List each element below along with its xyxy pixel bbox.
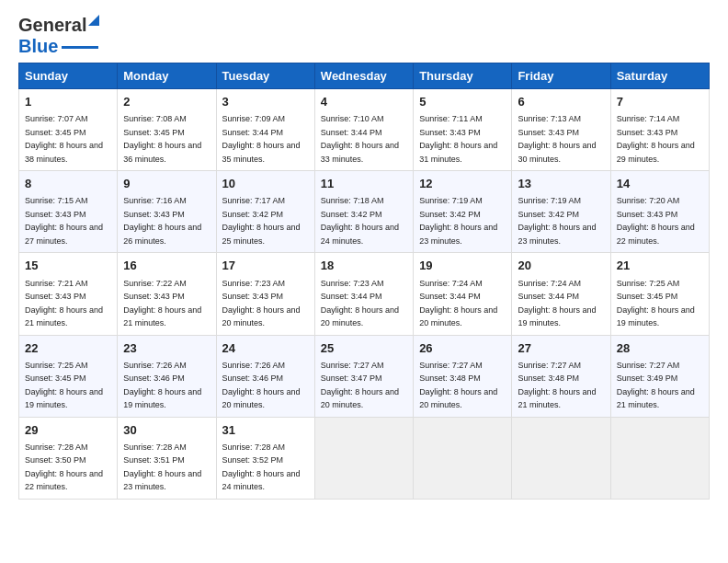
day-info: Sunrise: 7:20 AMSunset: 3:43 PMDaylight:… (617, 196, 695, 246)
day-info: Sunrise: 7:19 AMSunset: 3:42 PMDaylight:… (419, 196, 497, 246)
day-number: 18 (321, 258, 407, 274)
calendar-cell: 26Sunrise: 7:27 AMSunset: 3:48 PMDayligh… (414, 335, 512, 417)
calendar-cell: 1Sunrise: 7:07 AMSunset: 3:45 PMDaylight… (19, 89, 118, 171)
calendar-table: SundayMondayTuesdayWednesdayThursdayFrid… (18, 63, 710, 500)
logo-blue: Blue (18, 36, 58, 57)
day-number: 10 (222, 176, 309, 192)
day-info: Sunrise: 7:25 AMSunset: 3:45 PMDaylight:… (25, 361, 103, 410)
day-info: Sunrise: 7:27 AMSunset: 3:48 PMDaylight:… (518, 361, 596, 410)
calendar-cell: 25Sunrise: 7:27 AMSunset: 3:47 PMDayligh… (314, 335, 413, 417)
header: General Blue (18, 15, 710, 57)
day-number: 17 (222, 258, 309, 274)
calendar-cell: 28Sunrise: 7:27 AMSunset: 3:49 PMDayligh… (610, 335, 709, 417)
day-number: 5 (419, 94, 506, 110)
day-number: 25 (321, 340, 407, 357)
calendar-cell: 17Sunrise: 7:23 AMSunset: 3:43 PMDayligh… (216, 253, 314, 335)
calendar-cell: 14Sunrise: 7:20 AMSunset: 3:43 PMDayligh… (610, 171, 709, 253)
day-number: 28 (617, 340, 703, 357)
calendar-cell: 9Sunrise: 7:16 AMSunset: 3:43 PMDaylight… (118, 171, 216, 253)
day-number: 27 (518, 340, 604, 357)
calendar-cell: 18Sunrise: 7:23 AMSunset: 3:44 PMDayligh… (314, 253, 413, 335)
calendar-cell: 4Sunrise: 7:10 AMSunset: 3:44 PMDaylight… (314, 89, 413, 171)
day-info: Sunrise: 7:28 AMSunset: 3:50 PMDaylight:… (25, 442, 103, 492)
day-info: Sunrise: 7:10 AMSunset: 3:44 PMDaylight:… (321, 114, 399, 164)
day-number: 12 (419, 176, 506, 192)
calendar-cell: 31Sunrise: 7:28 AMSunset: 3:52 PMDayligh… (216, 417, 314, 499)
calendar-col-tuesday: Tuesday (216, 63, 314, 89)
day-info: Sunrise: 7:17 AMSunset: 3:42 PMDaylight:… (222, 196, 301, 246)
calendar-week-4: 22Sunrise: 7:25 AMSunset: 3:45 PMDayligh… (19, 335, 710, 417)
day-info: Sunrise: 7:24 AMSunset: 3:44 PMDaylight:… (518, 279, 596, 328)
day-number: 4 (321, 94, 407, 110)
day-number: 23 (123, 340, 210, 357)
calendar-body: 1Sunrise: 7:07 AMSunset: 3:45 PMDaylight… (19, 89, 710, 500)
calendar-cell: 30Sunrise: 7:28 AMSunset: 3:51 PMDayligh… (118, 417, 216, 499)
day-number: 13 (518, 176, 604, 192)
calendar-cell: 11Sunrise: 7:18 AMSunset: 3:42 PMDayligh… (314, 171, 413, 253)
calendar-cell: 21Sunrise: 7:25 AMSunset: 3:45 PMDayligh… (610, 253, 709, 335)
calendar-cell: 20Sunrise: 7:24 AMSunset: 3:44 PMDayligh… (512, 253, 610, 335)
calendar-col-wednesday: Wednesday (314, 63, 413, 89)
day-number: 31 (222, 422, 309, 439)
day-info: Sunrise: 7:24 AMSunset: 3:44 PMDaylight:… (419, 279, 497, 328)
calendar-cell: 6Sunrise: 7:13 AMSunset: 3:43 PMDaylight… (512, 89, 610, 171)
day-number: 8 (25, 176, 111, 192)
day-info: Sunrise: 7:07 AMSunset: 3:45 PMDaylight:… (25, 114, 103, 164)
day-info: Sunrise: 7:21 AMSunset: 3:43 PMDaylight:… (25, 279, 103, 328)
logo: General Blue (18, 15, 98, 57)
calendar-week-2: 8Sunrise: 7:15 AMSunset: 3:43 PMDaylight… (19, 171, 710, 253)
day-info: Sunrise: 7:11 AMSunset: 3:43 PMDaylight:… (419, 114, 497, 164)
day-info: Sunrise: 7:23 AMSunset: 3:44 PMDaylight:… (321, 279, 399, 328)
day-number: 3 (222, 94, 309, 110)
calendar-col-monday: Monday (118, 63, 216, 89)
calendar-cell: 10Sunrise: 7:17 AMSunset: 3:42 PMDayligh… (216, 171, 314, 253)
logo-general: General (18, 15, 86, 35)
calendar-cell: 2Sunrise: 7:08 AMSunset: 3:45 PMDaylight… (118, 89, 216, 171)
calendar-cell (512, 417, 610, 499)
day-info: Sunrise: 7:13 AMSunset: 3:43 PMDaylight:… (518, 114, 596, 164)
calendar-col-sunday: Sunday (19, 63, 118, 89)
calendar-cell: 23Sunrise: 7:26 AMSunset: 3:46 PMDayligh… (118, 335, 216, 417)
calendar-cell: 19Sunrise: 7:24 AMSunset: 3:44 PMDayligh… (414, 253, 512, 335)
calendar-cell (414, 417, 512, 499)
day-number: 14 (617, 176, 703, 192)
calendar-cell: 27Sunrise: 7:27 AMSunset: 3:48 PMDayligh… (512, 335, 610, 417)
calendar-cell (610, 417, 709, 499)
calendar-cell: 16Sunrise: 7:22 AMSunset: 3:43 PMDayligh… (118, 253, 216, 335)
calendar-page: General Blue SundayMondayTuesdayWednesda… (0, 0, 728, 563)
calendar-col-saturday: Saturday (610, 63, 709, 89)
calendar-cell: 22Sunrise: 7:25 AMSunset: 3:45 PMDayligh… (19, 335, 118, 417)
day-number: 21 (617, 258, 703, 274)
day-number: 26 (419, 340, 506, 357)
day-info: Sunrise: 7:23 AMSunset: 3:43 PMDaylight:… (222, 279, 301, 328)
day-info: Sunrise: 7:08 AMSunset: 3:45 PMDaylight:… (123, 114, 201, 164)
calendar-col-thursday: Thursday (414, 63, 512, 89)
calendar-cell: 3Sunrise: 7:09 AMSunset: 3:44 PMDaylight… (216, 89, 314, 171)
day-info: Sunrise: 7:26 AMSunset: 3:46 PMDaylight:… (222, 361, 301, 410)
calendar-cell: 15Sunrise: 7:21 AMSunset: 3:43 PMDayligh… (19, 253, 118, 335)
day-info: Sunrise: 7:22 AMSunset: 3:43 PMDaylight:… (123, 279, 201, 328)
calendar-cell: 12Sunrise: 7:19 AMSunset: 3:42 PMDayligh… (414, 171, 512, 253)
day-number: 16 (123, 258, 210, 274)
day-info: Sunrise: 7:28 AMSunset: 3:51 PMDaylight:… (123, 442, 201, 492)
day-info: Sunrise: 7:14 AMSunset: 3:43 PMDaylight:… (617, 114, 695, 164)
calendar-cell: 13Sunrise: 7:19 AMSunset: 3:42 PMDayligh… (512, 171, 610, 253)
day-number: 22 (25, 340, 111, 357)
day-info: Sunrise: 7:15 AMSunset: 3:43 PMDaylight:… (25, 196, 103, 246)
day-info: Sunrise: 7:16 AMSunset: 3:43 PMDaylight:… (123, 196, 201, 246)
day-info: Sunrise: 7:09 AMSunset: 3:44 PMDaylight:… (222, 114, 301, 164)
day-info: Sunrise: 7:18 AMSunset: 3:42 PMDaylight:… (321, 196, 399, 246)
calendar-cell: 24Sunrise: 7:26 AMSunset: 3:46 PMDayligh… (216, 335, 314, 417)
calendar-cell: 29Sunrise: 7:28 AMSunset: 3:50 PMDayligh… (19, 417, 118, 499)
day-info: Sunrise: 7:28 AMSunset: 3:52 PMDaylight:… (222, 442, 301, 492)
day-info: Sunrise: 7:25 AMSunset: 3:45 PMDaylight:… (617, 279, 695, 328)
day-number: 6 (518, 94, 604, 110)
calendar-header-row: SundayMondayTuesdayWednesdayThursdayFrid… (19, 63, 710, 89)
calendar-cell: 7Sunrise: 7:14 AMSunset: 3:43 PMDaylight… (610, 89, 709, 171)
day-info: Sunrise: 7:26 AMSunset: 3:46 PMDaylight:… (123, 361, 201, 410)
day-number: 9 (123, 176, 210, 192)
day-number: 2 (123, 94, 210, 110)
calendar-week-5: 29Sunrise: 7:28 AMSunset: 3:50 PMDayligh… (19, 417, 710, 499)
day-number: 29 (25, 422, 111, 439)
calendar-week-1: 1Sunrise: 7:07 AMSunset: 3:45 PMDaylight… (19, 89, 710, 171)
